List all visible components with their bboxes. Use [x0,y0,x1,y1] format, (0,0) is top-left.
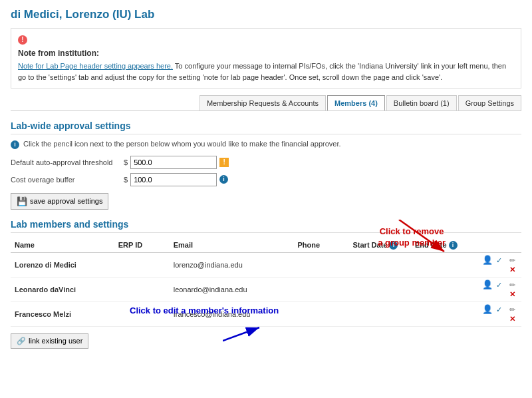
link-icon: 🔗 [17,337,26,345]
member-delete-icon[interactable]: ✕ [507,290,517,299]
member-email: leonardo@indiana.edu [170,277,294,301]
member-actions: 👤 ✓ ✏ ✕ [473,252,521,277]
tabs-row: Membership Requests & Accounts Members (… [11,95,521,111]
member-delete-icon[interactable]: ✕ [507,314,517,323]
col-header-phone: Phone [293,238,348,253]
member-erp [114,277,170,301]
notice-icon: ! [18,35,27,45]
col-header-email: Email [170,238,294,253]
approval-help-text: i Click the pencil icon next to the pers… [11,140,521,149]
field-cost-overage-input[interactable] [130,173,217,186]
table-row: Leonardo daVinci leonardo@indiana.edu 👤 … [11,277,521,301]
member-start [349,301,411,326]
field-auto-approval-label: Default auto-approval threshold [11,158,124,166]
col-header-actions [473,238,521,253]
member-person-icon[interactable]: 👤 [482,256,491,265]
member-start [349,277,411,301]
field-auto-approval-input[interactable] [130,156,217,169]
member-start [349,252,411,277]
member-email: lorenzo@indiana.edu [170,252,294,277]
member-name: Lorenzo di Medici [11,252,114,277]
tab-bulletin[interactable]: Bulletin board (1) [386,95,457,110]
col-header-end: End Date i [411,238,473,253]
member-edit-icon[interactable]: ✏ [507,256,517,265]
member-person-icon[interactable]: 👤 [482,305,491,314]
info-icon-approval: i [11,140,19,149]
member-person-icon[interactable]: 👤 [482,280,491,290]
field-auto-approval: Default auto-approval threshold $ ! [11,156,521,169]
warn-icon-auto-approval: ! [219,158,229,167]
col-header-name: Name [11,238,114,253]
member-approve-icon[interactable]: ✓ [495,305,504,314]
arrow-edit-svg [223,324,356,357]
member-delete-icon[interactable]: ✕ [507,265,517,274]
approval-section: Lab-wide approval settings i Click the p… [11,120,521,219]
notice-label: Note from institution: [18,47,514,59]
member-approve-icon[interactable]: ✓ [495,256,504,265]
col-header-erp: ERP ID [114,238,170,253]
field-cost-overage: Cost overage buffer $ i [11,173,521,186]
field-cost-overage-label: Cost overage buffer [11,176,124,184]
member-name: Leonardo daVinci [11,277,114,301]
info-icon-end: i [449,241,458,250]
member-erp [114,252,170,277]
notice-box: ! Note from institution: Note for Lab Pa… [11,28,521,89]
member-end [411,301,473,326]
link-user-button[interactable]: 🔗 link existing user [11,333,88,349]
member-actions: 👤 ✓ ✏ ✕ [473,277,521,301]
member-edit-icon[interactable]: ✏ [507,280,517,290]
save-icon: 💾 [17,196,27,206]
member-actions: 👤 ✓ ✏ ✕ [473,301,521,326]
link-user-label: link existing user [29,337,82,345]
col-header-start: Start Date i [349,238,411,253]
page-title: di Medici, Lorenzo (IU) Lab [11,8,521,21]
tab-members[interactable]: Members (4) [327,95,385,110]
annotation-edit: Click to edit a member's information [130,305,279,315]
annotation-edit-text: Click to edit a member's information [130,305,279,315]
svg-line-3 [223,327,259,341]
tab-membership[interactable]: Membership Requests & Accounts [200,95,326,110]
member-phone [293,252,348,277]
save-approval-button[interactable]: 💾 save approval settings [11,193,108,210]
table-row: Lorenzo di Medici lorenzo@indiana.edu 👤 … [11,252,521,277]
approval-section-title: Lab-wide approval settings [11,120,521,134]
info-icon-overage: i [219,175,228,184]
tab-group-settings[interactable]: Group Settings [458,95,521,110]
member-phone [293,277,348,301]
member-edit-icon[interactable]: ✏ [507,305,517,314]
notice-link[interactable]: Note for Lab Page header setting appears… [18,62,173,70]
info-icon-start: i [389,241,398,250]
member-approve-icon[interactable]: ✓ [495,280,504,290]
member-end [411,277,473,301]
member-end [411,252,473,277]
members-section-title: Lab members and settings [11,219,521,233]
save-approval-label: save approval settings [30,197,102,205]
member-phone [293,301,348,326]
member-name: Francesco Melzi [11,301,114,326]
